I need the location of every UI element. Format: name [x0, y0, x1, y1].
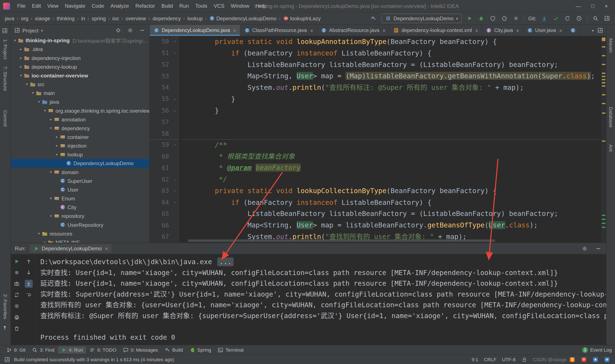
profiler-icon[interactable] [500, 14, 508, 22]
tree-item-main[interactable]: ▾main [11, 89, 149, 97]
tree-item-dependency-injection[interactable]: ▸dependency-injection [11, 53, 149, 62]
project-tree[interactable]: ▾thinking-in-springD:\workspace\极客学习\spr… [11, 36, 149, 243]
editor-tab-partial[interactable]: C [566, 25, 580, 36]
code-line-59[interactable]: /** [182, 139, 601, 151]
menu-file[interactable]: File [14, 0, 29, 12]
tree-item-domain[interactable]: ▾domain [11, 168, 149, 176]
run-console[interactable]: D:\workspace\devtools\jdk\jdk\bin\java.e… [35, 254, 606, 345]
code-line-65[interactable]: ListableBeanFactory listableBeanFactory … [182, 208, 601, 220]
history-icon[interactable] [575, 14, 583, 22]
tree-item-idea[interactable]: ▸.idea [11, 45, 149, 53]
git-commit-icon[interactable] [552, 14, 560, 22]
caret-position[interactable]: 9:1 [472, 357, 478, 362]
tree-item-resources[interactable]: ▾resources [11, 229, 149, 238]
tree-item-meta-inf[interactable]: ▸META-INF [11, 238, 149, 243]
menu-view[interactable]: View [44, 0, 62, 12]
tree-toggle-icon[interactable]: ▾ [42, 109, 47, 113]
code-line-55[interactable]: } [182, 93, 601, 105]
toolwindow-button-terminal[interactable]: Terminal [215, 346, 246, 353]
horizontal-scrollbar[interactable] [188, 239, 495, 242]
tree-toggle-icon[interactable]: ▾ [48, 170, 53, 174]
breadcrumb-item-thinking[interactable]: thinking [56, 15, 75, 21]
window-min-button[interactable]: — [576, 3, 581, 9]
git-revert-icon[interactable] [563, 14, 571, 22]
fold-toggle-icon[interactable]: ▴ [171, 178, 178, 182]
tree-item-dependency[interactable]: ▾dependency [11, 124, 149, 132]
tree-toggle-icon[interactable]: ▸ [54, 135, 59, 139]
tree-toggle-icon[interactable]: ▾ [24, 82, 29, 86]
tree-item-src[interactable]: ▾src [11, 80, 149, 89]
toolwindow-button-9-git[interactable]: 9: Git [3, 346, 28, 353]
tree-toggle-icon[interactable]: ▸ [18, 56, 24, 60]
run-tab[interactable]: DependencyLookupDemo × [30, 244, 111, 253]
code-line-61[interactable]: * @param beanFactory [182, 162, 601, 174]
play-icon[interactable] [466, 14, 473, 22]
close-tab-icon[interactable]: × [382, 28, 386, 33]
close-tab-icon[interactable]: × [233, 28, 236, 33]
hammer-icon[interactable] [370, 14, 377, 22]
menu-tools[interactable]: Tools [192, 0, 211, 12]
close-icon[interactable]: × [105, 245, 108, 251]
gear-icon[interactable] [13, 302, 21, 310]
readonly-lock-icon[interactable] [521, 357, 527, 362]
tool-button-database[interactable]: Database [608, 107, 614, 127]
scroll-end-icon[interactable] [25, 280, 33, 288]
printer-icon[interactable] [13, 313, 21, 321]
stop-icon[interactable] [13, 269, 21, 276]
editor-tab-dependency-lookup-context-xml[interactable]: dependency-lookup-context.xml× [389, 25, 482, 36]
tool-button-maven[interactable]: Maven [608, 39, 614, 53]
gear-icon[interactable] [581, 245, 588, 252]
editor-tab-dependencylookupdemo-java[interactable]: CDependencyLookupDemo.java× [150, 25, 240, 36]
window-max-button[interactable]: □ [591, 3, 594, 9]
tree-toggle-icon[interactable]: ▾ [54, 153, 59, 156]
menu-navigate[interactable]: Navigate [62, 0, 89, 12]
tree-toggle-icon[interactable]: ▾ [48, 126, 53, 130]
gear-icon[interactable] [126, 26, 134, 34]
breadcrumb-item-ioc[interactable]: ioc [111, 15, 120, 21]
breadcrumb-item-java[interactable]: java [4, 15, 15, 21]
tree-item-superuser[interactable]: CSuperUser [11, 176, 149, 185]
close-tab-icon[interactable]: × [310, 28, 313, 33]
breadcrumb-item-xiaoge[interactable]: xiaoge [34, 15, 51, 21]
tree-item-dependency-lookup[interactable]: ▸dependency-lookup [11, 62, 149, 71]
code-line-58[interactable] [182, 128, 601, 139]
tree-toggle-icon[interactable]: ▾ [48, 196, 53, 200]
collapsed-args-chip[interactable]: ... [217, 258, 234, 266]
breadcrumb-item-spring[interactable]: spring [91, 15, 107, 21]
tree-item-annotation[interactable]: ▸annotation [11, 115, 149, 124]
code-line-64[interactable]: if (beanFactory instanceof ListableBeanF… [182, 197, 601, 208]
menu-code[interactable]: Code [88, 0, 107, 12]
tree-item-org-xiaoge-thinking-in-spring-ioc-overview[interactable]: ▾org.xiaoge.thinking.in.spring.ioc.overv… [11, 106, 149, 115]
toolwindow-button-event-log[interactable]: Event Log [590, 347, 612, 352]
tool-button-commit[interactable]: Commit [2, 110, 8, 127]
close-tab-icon[interactable]: × [516, 28, 519, 33]
menu-run[interactable]: Run [176, 0, 192, 12]
minimize-icon[interactable] [594, 245, 602, 252]
tree-toggle-icon[interactable]: ▸ [42, 240, 47, 243]
breadcrumb-item-dependencylookupdemo[interactable]: CDependencyLookupDemo [208, 15, 277, 21]
tree-item-injection[interactable]: ▸injection [11, 141, 149, 150]
run-config-selector[interactable]: DependencyLookupDemo ▾ [382, 14, 462, 23]
menu-window[interactable]: Window [228, 0, 253, 12]
tool-button-1-project[interactable]: 1: Project [2, 39, 8, 59]
git-update-icon[interactable] [540, 14, 548, 22]
minimize-icon[interactable] [138, 26, 146, 34]
toolwindow-button-0-messages[interactable]: 0: Messages [120, 346, 161, 353]
fold-toggle-icon[interactable]: ▾ [171, 143, 178, 147]
error-stripe[interactable] [601, 36, 606, 243]
code-line-63[interactable]: private static void lookupCollectionByTy… [182, 185, 601, 197]
tree-toggle-icon[interactable]: ▾ [30, 91, 35, 95]
tree-toggle-icon[interactable]: ▾ [36, 232, 41, 235]
down-icon[interactable] [25, 269, 33, 276]
code-line-51[interactable]: if (beanFactory instanceof ListableBeanF… [182, 47, 601, 59]
tree-item-lookup[interactable]: ▾lookup [11, 150, 149, 159]
tree-toggle-icon[interactable]: ▸ [18, 47, 24, 51]
close-tab-icon[interactable]: × [559, 28, 562, 33]
bug-icon[interactable] [477, 14, 485, 22]
up-icon[interactable] [25, 258, 33, 265]
fold-toggle-icon[interactable]: ▾ [171, 40, 178, 44]
tree-item-enum[interactable]: ▾Enum [11, 194, 149, 203]
menu-vcs[interactable]: VCS [211, 0, 228, 12]
breadcrumb-item-lookupinlazy[interactable]: mlookupInLazy [282, 15, 321, 21]
coverage-icon[interactable] [489, 14, 497, 22]
